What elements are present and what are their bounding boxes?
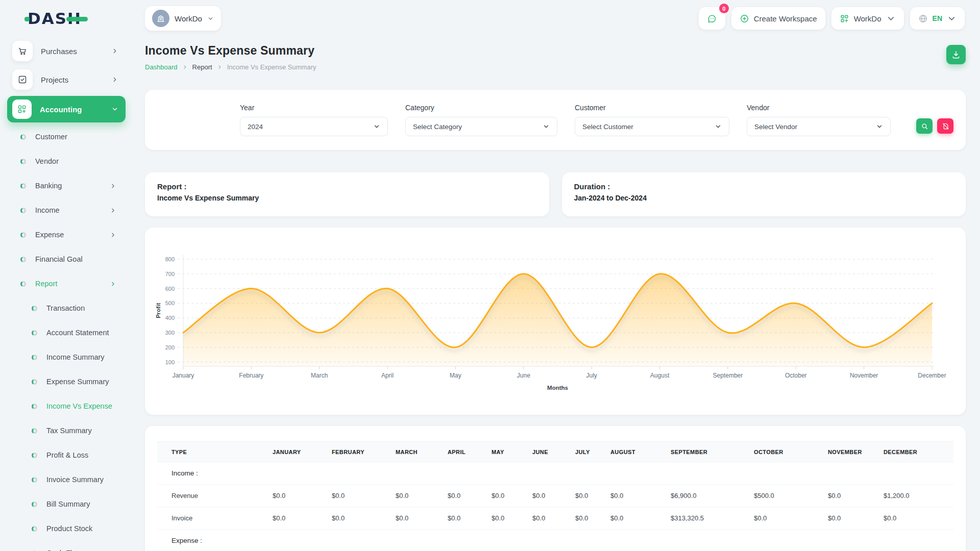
cell-value [518, 462, 561, 485]
chevron-down-icon [543, 123, 550, 130]
sidebar-item-account-statement[interactable]: Account Statement [7, 320, 126, 345]
sidebar-item-purchases[interactable]: Purchases [7, 37, 126, 65]
bullet-ring-icon [32, 502, 37, 507]
cell-value [596, 462, 656, 485]
row-label: Expense : [157, 530, 258, 551]
sidebar-item-label: Cash Flow [46, 549, 118, 551]
bullet-ring-icon [20, 257, 26, 262]
chevron-right-icon [110, 232, 116, 238]
vendor-select[interactable]: Select Vendor [747, 117, 891, 136]
bullet-ring-icon [20, 208, 26, 213]
sidebar-item-financial-goal[interactable]: Financial Goal [7, 247, 126, 271]
sidebar-item-expense[interactable]: Expense [7, 222, 126, 247]
cell-value: $0.0 [381, 507, 433, 530]
sidebar-item-banking[interactable]: Banking [7, 173, 126, 198]
svg-text:May: May [450, 372, 461, 379]
cell-value: $0.0 [561, 507, 596, 530]
sidebar-item-profit-loss[interactable]: Profit & Loss [7, 443, 126, 467]
sidebar-item-transaction[interactable]: Transaction [7, 296, 126, 320]
project-check-icon [12, 69, 33, 90]
sidebar-item-label: Tax Summary [46, 427, 118, 435]
bullet-ring-icon [20, 232, 26, 238]
create-workspace-button[interactable]: Create Workspace [731, 7, 825, 30]
cell-value [814, 530, 869, 551]
year-select-value: 2024 [248, 123, 263, 131]
sidebar-item-income[interactable]: Income [7, 198, 126, 222]
sidebar-item-invoice-summary[interactable]: Invoice Summary [7, 467, 126, 492]
bullet-ring-icon [32, 404, 37, 409]
bullet-ring-icon [20, 281, 26, 287]
cell-value: $0.0 [814, 485, 869, 507]
filter-group-year: Year 2024 [240, 104, 388, 136]
messages-button[interactable]: 0 [699, 7, 725, 30]
svg-text:April: April [381, 372, 394, 379]
bullet-ring-icon [32, 355, 37, 360]
cell-value [381, 530, 433, 551]
workspace-name: WorkDo [175, 14, 202, 23]
category-select[interactable]: Select Category [405, 117, 557, 136]
sidebar-item-projects[interactable]: Projects [7, 65, 126, 94]
topbar: WorkDo 0 Create Workspace WorkDo EN [133, 0, 980, 37]
sidebar-item-label: Bill Summary [46, 500, 118, 508]
workdo-apps-button[interactable]: WorkDo [831, 7, 904, 30]
sidebar-item-tax-summary[interactable]: Tax Summary [7, 418, 126, 443]
sidebar-item-cash-flow[interactable]: Cash Flow [7, 541, 126, 551]
cell-value: $0.0 [477, 507, 518, 530]
filter-actions [916, 118, 953, 134]
sidebar-item-income-vs-expense[interactable]: Income Vs Expense [7, 394, 126, 418]
column-header-september: SEPTEMBER [656, 442, 740, 462]
cell-value [258, 530, 317, 551]
summary-table-card: TYPEJANUARYFEBRUARYMARCHAPRILMAYJUNEJULY… [145, 426, 966, 551]
sidebar-item-vendor[interactable]: Vendor [7, 149, 126, 173]
sidebar-item-bill-summary[interactable]: Bill Summary [7, 492, 126, 516]
chevron-right-icon [110, 281, 116, 287]
reset-filter-button[interactable] [937, 118, 953, 134]
language-button[interactable]: EN [910, 7, 965, 30]
sidebar-item-product-stock[interactable]: Product Stock [7, 516, 126, 541]
cell-value [561, 462, 596, 485]
sidebar-item-label: Income Summary [46, 353, 118, 361]
sidebar-item-label: Income [35, 206, 110, 214]
column-header-november: NOVEMBER [814, 442, 869, 462]
svg-text:Months: Months [547, 385, 568, 391]
logo-green-dot [24, 17, 30, 21]
breadcrumb-report[interactable]: Report [192, 63, 212, 71]
svg-text:200: 200 [165, 344, 175, 350]
cell-value: $0.0 [433, 485, 477, 507]
sidebar-item-label: Transaction [46, 304, 118, 312]
cell-value [317, 530, 381, 551]
column-header-february: FEBRUARY [317, 442, 381, 462]
cell-value: $0.0 [869, 507, 953, 530]
bullet-ring-icon [32, 453, 37, 458]
filter-group-vendor: Vendor Select Vendor [747, 104, 891, 136]
sidebar-item-accounting[interactable]: Accounting [7, 96, 126, 122]
year-select[interactable]: 2024 [240, 117, 388, 136]
report-card-value: Income Vs Expense Summary [157, 194, 537, 202]
sidebar-item-label: Vendor [35, 157, 118, 165]
column-header-june: JUNE [518, 442, 561, 462]
sidebar-item-expense-summary[interactable]: Expense Summary [7, 369, 126, 394]
bullet-ring-icon [32, 428, 37, 434]
cell-value [596, 530, 656, 551]
workspace-switcher[interactable]: WorkDo [145, 6, 221, 31]
table-header-row: TYPEJANUARYFEBRUARYMARCHAPRILMAYJUNEJULY… [157, 442, 953, 462]
bullet-ring-icon [20, 134, 26, 140]
sidebar-item-income-summary[interactable]: Income Summary [7, 345, 126, 369]
brand-logo[interactable]: DASH [7, 0, 126, 37]
chevron-down-icon [947, 14, 957, 23]
breadcrumb-dashboard[interactable]: Dashboard [145, 63, 178, 71]
sidebar-item-label: Expense Summary [46, 378, 118, 386]
column-header-january: JANUARY [258, 442, 317, 462]
svg-text:600: 600 [165, 286, 175, 292]
apply-filter-button[interactable] [916, 118, 933, 134]
svg-text:November: November [850, 372, 878, 379]
customer-select[interactable]: Select Customer [575, 117, 729, 136]
svg-text:February: February [239, 372, 263, 379]
download-button[interactable] [946, 45, 966, 64]
cell-value: $1,200.0 [869, 485, 953, 507]
cell-value [869, 462, 953, 485]
sidebar-item-customer[interactable]: Customer [7, 124, 126, 149]
page-title: Income Vs Expense Summary [145, 44, 316, 58]
sidebar-item-report[interactable]: Report [7, 271, 126, 296]
search-icon [921, 122, 928, 130]
